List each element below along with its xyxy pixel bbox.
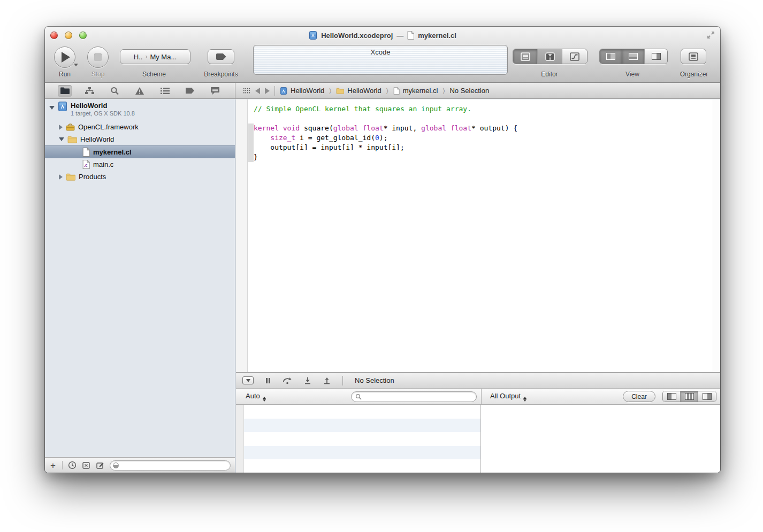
run-button[interactable] [54,47,75,68]
crumb-chevron: 〉 [442,87,445,95]
debug-navigator-tab[interactable] [158,85,172,97]
disclosure-triangle[interactable] [59,137,64,141]
utilities-toggle-button[interactable] [645,49,667,64]
tree-item-label: Products [79,173,106,181]
forward-button[interactable] [265,88,270,94]
crumb-chevron: 〉 [386,87,388,95]
assistant-editor-button[interactable] [538,49,562,64]
project-navigator: HelloWorld 1 target, OS X SDK 10.8 OpenC… [45,99,235,473]
code-line[interactable] [254,114,712,124]
breakpoints-label: Breakpoints [197,71,245,78]
debug-panel-icon [629,53,638,60]
code-line[interactable]: kernel void square(global float* input, … [254,124,712,133]
stop-icon [94,53,102,61]
source-editor[interactable]: // Simple OpenCL kernel that squares an … [236,99,720,372]
breakpoint-gutter[interactable] [236,99,248,372]
stop-button[interactable] [87,47,109,68]
tree-row-products[interactable]: Products [45,171,235,183]
project-doc-icon [309,31,317,40]
breakpoint-navigator-tab[interactable] [183,85,197,97]
scheme-destination[interactable]: My Ma... [150,53,177,61]
tree-row-file[interactable]: .c main.c [45,158,235,171]
console-view[interactable] [482,405,720,473]
pause-button[interactable] [265,377,271,384]
hide-debug-area-button[interactable] [242,376,254,384]
desktop: HelloWorld.xcodeproj — mykernel.cl [0,0,763,532]
breadcrumb-selection[interactable]: No Selection [449,87,489,95]
breadcrumb-project[interactable]: HelloWorld [280,87,324,95]
disclosure-triangle[interactable] [59,174,63,180]
filter-input[interactable] [119,461,227,469]
scheme-target[interactable]: H.. [134,53,143,61]
search-navigator-tab[interactable] [108,85,122,97]
search-icon [110,87,119,95]
version-editor-icon [570,52,579,61]
console-layout-control [662,391,716,402]
code-line[interactable]: output[i] = input[i] * input[i]; [254,143,712,152]
unsaved-files-icon[interactable] [96,461,104,469]
breakpoint-icon [216,53,226,60]
clear-console-button[interactable]: Clear [623,391,655,402]
version-editor-button[interactable] [562,49,587,64]
jump-bar: HelloWorld 〉 HelloWorld 〉 mykernel.cl 〉 … [235,83,720,98]
split-view-button[interactable] [681,391,698,402]
hierarchy-icon [85,87,95,95]
split-pane-icon [685,393,694,400]
folder-icon [60,87,70,95]
scheme-selector[interactable]: H.. › My Ma... [120,49,190,64]
code-line[interactable]: } [254,152,712,162]
search-input[interactable] [364,393,472,400]
debug-panes-divider[interactable] [481,389,482,404]
variables-gutter [236,405,244,473]
play-icon [62,52,70,63]
code-area[interactable]: // Simple OpenCL kernel that squares an … [254,104,712,162]
issue-navigator-tab[interactable] [133,85,147,97]
project-navigator-tab[interactable] [58,85,72,97]
scheme-label: Scheme [127,71,181,78]
console-only-button[interactable] [698,391,716,402]
tree-row-group[interactable]: HelloWorld [45,133,235,145]
disclosure-triangle[interactable] [59,125,63,130]
navigator-filter-field[interactable] [110,460,231,471]
disclosure-triangle[interactable] [49,106,55,110]
crumb-chevron: 〉 [329,87,331,95]
code-line[interactable]: // Simple OpenCL kernel that squares an … [254,104,712,114]
list-lines-icon [160,87,170,95]
variables-view[interactable] [236,405,481,473]
breadcrumb-file[interactable]: mykernel.cl [393,87,438,95]
variables-search-field[interactable] [351,391,477,402]
project-doc-icon [280,87,287,95]
variables-only-button[interactable] [663,391,681,402]
step-out-button[interactable] [323,377,331,384]
related-items-icon[interactable] [243,88,250,94]
navigator-selector-bar [45,83,235,98]
breadcrumb-group[interactable]: HelloWorld [336,87,381,95]
recent-files-icon[interactable] [68,461,77,469]
symbol-navigator-tab[interactable] [83,85,97,97]
navigator-toggle-button[interactable] [600,49,622,64]
folder-icon [66,173,75,181]
editor-scrollbar-track[interactable] [713,99,720,372]
fullscreen-icon[interactable] [706,30,715,40]
breakpoints-button[interactable] [208,49,234,64]
debug-area-toggle-button[interactable] [622,49,645,64]
back-button[interactable] [255,88,260,94]
fold-depth-indicator [248,124,254,162]
step-into-button[interactable] [304,377,311,384]
variables-scope-popup[interactable]: Auto [246,392,266,402]
debug-header-bar: Auto All Output Clear [236,389,720,405]
tree-row-project[interactable]: HelloWorld 1 target, OS X SDK 10.8 [45,99,235,121]
standard-editor-button[interactable] [513,49,538,64]
step-over-button[interactable] [283,377,292,384]
add-button[interactable]: + [50,461,56,470]
log-navigator-tab[interactable] [208,85,222,97]
title-bar[interactable]: HelloWorld.xcodeproj — mykernel.cl [45,27,720,44]
output-filter-popup[interactable]: All Output [490,392,527,402]
flattened-files-icon[interactable] [82,461,90,469]
tree-row-file-selected[interactable]: mykernel.cl [45,145,235,158]
organizer-button[interactable] [681,49,706,64]
tree-row-framework[interactable]: OpenCL.framework [45,121,235,133]
standard-editor-icon [521,52,530,61]
code-fold-ribbon[interactable] [248,99,254,372]
code-line[interactable]: size_t i = get_global_id(0); [254,133,712,143]
